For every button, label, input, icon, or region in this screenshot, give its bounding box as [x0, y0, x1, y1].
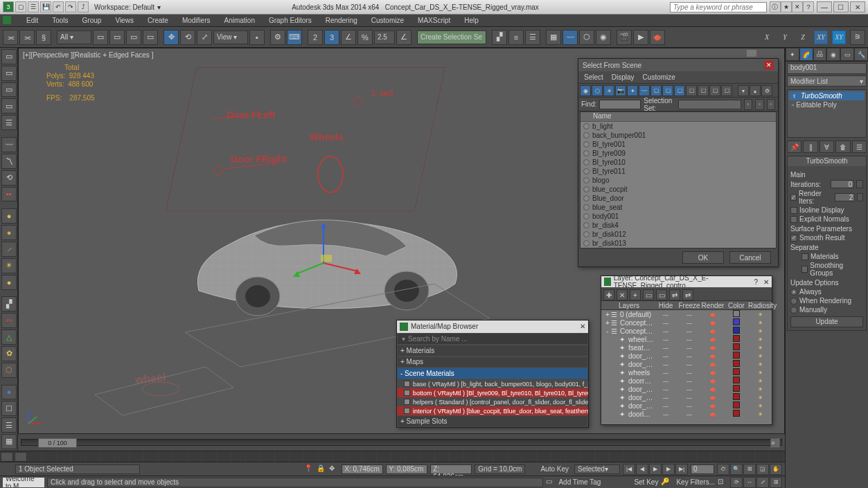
layer-manager-dialog[interactable]: Layer: Concept_Car_DS_X_E-TENSE_Rigged_c…	[601, 275, 772, 425]
sfs-tb-15[interactable]: ▴	[750, 85, 761, 96]
lt-btn-22[interactable]: ☰	[1, 417, 17, 433]
layer-row[interactable]: ✦door_fl_slider00——🫖☀	[601, 352, 772, 360]
transform-typein-button[interactable]: ✥	[329, 464, 339, 474]
render-iters-checkbox[interactable]: ✓	[790, 194, 797, 201]
axis-xy-button[interactable]: XY	[814, 30, 828, 44]
smooth-result-checkbox[interactable]: ✓	[790, 235, 797, 242]
lt-btn-03[interactable]: ▭	[1, 82, 17, 98]
layer-row[interactable]: +☰0 (default)——🫖☀	[601, 310, 772, 318]
graphite-ribbon-icon[interactable]: ▦	[546, 30, 561, 45]
axis-xy2-button[interactable]: XY	[832, 30, 846, 44]
timeline-handle[interactable]: 0 / 100	[38, 438, 77, 448]
lt-btn-21[interactable]: ☐	[1, 401, 17, 416]
sfs-item[interactable]: br_disk4	[581, 221, 776, 230]
mat-close-button[interactable]: ✕	[580, 323, 585, 330]
sfs-item[interactable]: b_light	[581, 122, 776, 131]
sfs-selset-btn1[interactable]: ▫	[744, 99, 752, 110]
layer-row[interactable]: ✦fseat_text002——🫖☀	[601, 343, 772, 352]
sfs-tb-13[interactable]: ☐	[721, 85, 732, 96]
layer-col-color[interactable]: Color	[725, 302, 748, 309]
material-item[interactable]: base ( VRayMtl ) [b_light, back_bumper00…	[397, 379, 588, 388]
sfs-item[interactable]: blogo	[581, 176, 776, 185]
app-badge-icon[interactable]	[3, 16, 11, 24]
render-setup-icon[interactable]: 🎬	[617, 30, 632, 45]
sfs-filter-shape[interactable]: ⬡	[592, 85, 603, 96]
sfs-list[interactable]: Name b_lightback_bumper001Bl_tyre001Bl_t…	[580, 111, 777, 248]
layer-highlight-button[interactable]: ▭	[656, 289, 667, 300]
goto-end-button[interactable]: ▶|	[675, 464, 688, 475]
sfs-tb-16[interactable]: ⚙	[761, 85, 772, 96]
layer-col-layers[interactable]: Layers	[601, 302, 654, 309]
update-always-radio[interactable]: •	[790, 289, 797, 296]
trackbar[interactable]	[0, 451, 785, 462]
layer-manager-icon[interactable]: ☰	[525, 30, 540, 45]
sfs-close-button[interactable]: ✕	[764, 60, 774, 70]
signin-icon[interactable]: ★	[781, 1, 792, 12]
cmd-tab-display[interactable]: ▭	[840, 48, 854, 61]
viewport-resize-icon[interactable]	[747, 50, 756, 57]
lt-btn-14[interactable]: ●	[1, 275, 17, 290]
select-object-icon[interactable]: ▭	[93, 30, 108, 45]
ref-coord-dropdown[interactable]: View ▾	[213, 30, 248, 44]
lt-btn-10[interactable]: ●	[1, 208, 17, 224]
minimize-button[interactable]: —	[817, 1, 832, 12]
menu-animation[interactable]: Animation	[221, 15, 257, 26]
mat-cat-scene[interactable]: - Scene Materials	[398, 368, 587, 379]
close-button[interactable]: ✕	[850, 1, 865, 12]
angle-snap-icon[interactable]: ∠	[341, 30, 356, 45]
timeline-end-handle[interactable]: »	[770, 438, 780, 448]
axis-x-button[interactable]: X	[760, 30, 774, 44]
sfs-tb-14[interactable]: ▾	[738, 85, 749, 96]
mod-configure-button[interactable]: ☰	[852, 141, 867, 153]
material-editor-icon[interactable]: ◉	[596, 30, 611, 45]
lt-btn-23[interactable]: ▦	[1, 434, 17, 449]
lt-btn-13[interactable]: ☀	[1, 258, 17, 273]
align-icon[interactable]: ≡	[508, 30, 524, 45]
render-iters-input[interactable]: 2	[835, 193, 855, 201]
key-mode-dropdown[interactable]: Selected ▾	[574, 464, 620, 474]
mod-unique-button[interactable]: ∀	[820, 141, 834, 153]
lt-btn-04[interactable]: ▭	[1, 98, 17, 114]
layer-new-button[interactable]: ✚	[603, 289, 614, 300]
render-frame-icon[interactable]: ▶	[633, 30, 648, 45]
menu-customize[interactable]: Customize	[369, 15, 407, 26]
material-item[interactable]: interior ( VRayMtl ) [blue_cocpit, Blue_…	[397, 406, 588, 415]
sfs-filter-warp[interactable]: 〰	[639, 85, 650, 96]
material-item[interactable]: bottom ( VRayMtl ) [Bl_tyre009, Bl_tyre0…	[397, 388, 588, 397]
mod-pin-button[interactable]: 📌	[787, 141, 801, 153]
menu-edit[interactable]: Edit	[24, 15, 41, 26]
layer-row[interactable]: ✦door_fl_slider——🫖☀	[601, 401, 772, 410]
sfs-ok-button[interactable]: OK	[682, 251, 724, 264]
timeline[interactable]: 0 / 100 »	[18, 434, 785, 451]
axis-y-button[interactable]: Y	[778, 30, 792, 44]
key-filters-button[interactable]: Key Filters...	[676, 478, 715, 486]
unlink-icon[interactable]: ⫘	[19, 30, 35, 45]
sfs-menu-display[interactable]: Display	[612, 73, 635, 81]
prev-frame-button[interactable]: ◀	[636, 464, 648, 475]
sfs-item[interactable]: Bl_tyre011	[581, 167, 776, 176]
menu-group[interactable]: Group	[80, 15, 105, 26]
infocenter-icon[interactable]: ⓘ	[770, 1, 781, 12]
viewport-label[interactable]: [+][Perspective ][Realistic + Edged Face…	[23, 51, 153, 59]
select-name-icon[interactable]: ▭	[109, 30, 125, 45]
named-selection-input[interactable]: Create Selection Se	[417, 30, 486, 44]
sfs-item[interactable]: br_disk012	[581, 230, 776, 239]
mat-titlebar[interactable]: Material/Map Browser ✕	[397, 320, 588, 333]
mat-cat-materials[interactable]: + Materials	[398, 345, 587, 356]
menu-help[interactable]: Help	[461, 15, 481, 26]
sfs-menu-customize[interactable]: Customize	[643, 73, 675, 81]
mirror-icon[interactable]: ▞	[492, 30, 507, 45]
select-region-icon[interactable]: ▭	[126, 30, 141, 45]
current-frame-input[interactable]: 0	[691, 464, 714, 474]
percent-snap-icon[interactable]: %	[357, 30, 373, 45]
sfs-filter-helper[interactable]: ✦	[627, 85, 638, 96]
nav-zoom-button[interactable]: 🔍	[730, 464, 743, 475]
select-move-icon[interactable]: ✥	[163, 30, 179, 45]
lt-btn-11[interactable]: ●	[1, 225, 17, 240]
snap-2d-icon[interactable]: 2	[308, 30, 323, 45]
abs-rel-button[interactable]: 🔒	[317, 464, 326, 474]
render-iters-spinner[interactable]	[857, 193, 863, 201]
lt-btn-02[interactable]: ▭	[1, 66, 17, 81]
material-browser-dialog[interactable]: Material/Map Browser ✕ ▾ Search by Name …	[396, 320, 589, 428]
isoline-checkbox[interactable]	[790, 207, 797, 214]
